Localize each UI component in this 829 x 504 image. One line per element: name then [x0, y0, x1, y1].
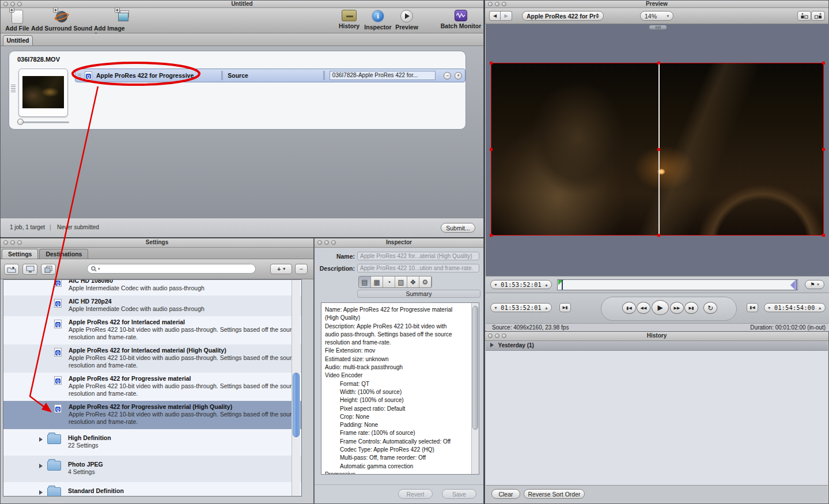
show-output-view-button[interactable] [811, 11, 825, 21]
target-output-filename[interactable]: 036I7828-Apple ProRes 422 for... [330, 71, 436, 80]
set-in-point-button[interactable]: ▶▮ [559, 303, 571, 312]
playhead-marker[interactable] [562, 280, 563, 290]
history-window-titlebar[interactable]: History [485, 332, 828, 341]
history-button[interactable]: History [335, 10, 364, 29]
timeline-scrubber[interactable] [557, 279, 798, 290]
batch-monitor-button[interactable]: Batch Monitor [440, 10, 482, 29]
setting-list-item[interactable]: Q Apple ProRes 422 for Interlaced materi… [3, 344, 301, 373]
add-file-button[interactable]: + Add File [3, 10, 32, 32]
close-icon[interactable] [3, 2, 8, 6]
reverse-sort-order-button[interactable]: Reverse Sort Order [524, 489, 585, 499]
window-controls[interactable] [3, 240, 22, 245]
close-icon[interactable] [3, 240, 8, 245]
setting-list-item[interactable]: Q Apple ProRes 422 for Progressive mater… [3, 373, 301, 401]
setting-group-row[interactable]: Photo JPEG 4 Settings [3, 456, 301, 482]
out-point-timecode[interactable]: ▼ 01:54:54:00 ▲ [764, 303, 826, 312]
slider-knob[interactable] [17, 119, 24, 125]
setting-list-item[interactable]: Q AIC HD 1080i60 Apple Intermediate Code… [3, 279, 301, 295]
settings-tab[interactable]: Destinations [39, 249, 88, 259]
crop-handle[interactable] [490, 62, 493, 65]
column-divider[interactable] [323, 71, 324, 80]
zoom-icon[interactable] [17, 240, 22, 245]
timecode-up-arrow[interactable]: ▲ [544, 283, 548, 287]
minimize-icon[interactable] [10, 2, 15, 6]
next-item-button[interactable]: ▶ [501, 11, 512, 21]
setting-group-row[interactable]: Standard Definition [3, 482, 301, 497]
summary-scrollbar[interactable] [471, 303, 479, 474]
job-target-row[interactable]: Q Apple ProRes 422 for Progressive Sourc… [75, 69, 465, 82]
preview-setting-button[interactable] [22, 264, 37, 275]
inspector-pane-button[interactable]: ⚙ [419, 276, 431, 287]
crop-handle[interactable] [822, 234, 825, 237]
out-point-marker[interactable] [790, 281, 795, 290]
zoom-icon[interactable] [502, 334, 506, 338]
disclosure-triangle-icon[interactable] [39, 490, 43, 495]
scrollbar-thumb[interactable] [293, 373, 300, 437]
inspector-pane-button[interactable]: ▤ [359, 276, 371, 287]
go-to-start-button[interactable]: ▮◀ [622, 302, 636, 314]
inspector-pane-button[interactable]: ▧ [395, 276, 407, 287]
target-grip-handle[interactable] [78, 74, 81, 78]
window-controls[interactable] [488, 2, 506, 6]
submit-button[interactable]: Submit... [441, 223, 475, 233]
step-backward-button[interactable]: ◀◀ [637, 302, 650, 314]
revert-button[interactable]: Revert [398, 489, 433, 499]
inspector-pane-button[interactable]: ❖ [407, 276, 419, 287]
inspector-pane-button[interactable]: ▦ [371, 276, 383, 287]
crop-handle[interactable] [822, 148, 825, 151]
pane-splitter-handle[interactable] [649, 25, 667, 30]
window-controls[interactable] [317, 240, 336, 245]
batch-tab-untitled[interactable]: Untitled [3, 35, 33, 46]
minimize-icon[interactable] [495, 2, 499, 6]
set-out-point-button[interactable]: ▮◀ [747, 303, 758, 312]
disclosure-triangle-icon[interactable] [490, 343, 494, 347]
remove-setting-button[interactable]: − [295, 264, 308, 274]
crop-handle[interactable] [490, 234, 493, 237]
crop-handle[interactable] [490, 148, 493, 151]
name-field[interactable]: Apple ProRes 422 for...aterial (High Qua… [357, 252, 479, 260]
crop-handle[interactable] [822, 62, 825, 65]
setting-list-item[interactable]: Q AIC HD 720p24 Apple Intermediate Codec… [3, 295, 301, 316]
clear-button[interactable]: Clear [491, 489, 520, 499]
add-target-button[interactable]: + [455, 72, 462, 79]
video-frame[interactable] [491, 63, 824, 236]
loop-button[interactable]: ↻ [703, 302, 717, 314]
window-controls[interactable] [3, 2, 22, 6]
minimize-icon[interactable] [10, 240, 15, 245]
go-to-end-button[interactable]: ▶▮ [684, 302, 698, 314]
play-button[interactable]: ▶ [652, 300, 669, 315]
settings-window-titlebar[interactable]: Settings [1, 238, 313, 248]
search-input[interactable]: ▾ [87, 264, 256, 274]
setting-group-row[interactable]: High Definition 22 Settings [3, 429, 301, 456]
minimize-icon[interactable] [324, 240, 329, 245]
disclosure-triangle-icon[interactable] [39, 464, 43, 468]
zoom-icon[interactable] [17, 2, 22, 6]
minimize-icon[interactable] [495, 334, 499, 338]
marker-popup-button[interactable]: ⚑ ▾ [805, 280, 824, 289]
add-surround-sound-button[interactable]: + Add Surround Sound [29, 10, 94, 32]
inspector-button[interactable]: i Inspector [364, 10, 392, 31]
preview-button[interactable]: Preview [393, 10, 420, 31]
remove-target-button[interactable]: − [444, 72, 451, 79]
previous-item-button[interactable]: ◀ [489, 11, 501, 21]
window-controls[interactable] [488, 334, 506, 338]
scrollbar-thumb[interactable] [472, 306, 478, 430]
inspector-window-titlebar[interactable]: Inspector [315, 238, 483, 248]
close-icon[interactable] [488, 334, 493, 338]
job-panel[interactable]: 036I7828.MOV Q Apple ProRes 422 for Prog… [9, 51, 466, 130]
job-thumbnail-frame[interactable] [18, 69, 68, 117]
zoom-level-popup[interactable]: 14% ▾ [640, 11, 673, 21]
playhead-timecode[interactable]: ▼ 01:53:52:01 ▲ [490, 280, 552, 289]
add-setting-button[interactable]: +▾ [270, 264, 292, 274]
description-field[interactable]: Apple ProRes 422 10...ution and frame-ra… [357, 264, 479, 272]
step-forward-button[interactable]: ▶▶ [670, 302, 684, 314]
new-group-button[interactable] [4, 264, 19, 275]
zoom-icon[interactable] [331, 240, 336, 245]
crop-handle[interactable] [657, 234, 660, 237]
crop-handle[interactable] [657, 148, 660, 151]
save-button[interactable]: Save [442, 489, 476, 499]
in-point-timecode[interactable]: ▼ 01:53:52:01 ▲ [490, 303, 552, 312]
settings-tab[interactable]: Settings [2, 249, 38, 259]
inspector-pane-button[interactable]: ◔ [383, 276, 395, 287]
crop-handle[interactable] [657, 62, 660, 65]
